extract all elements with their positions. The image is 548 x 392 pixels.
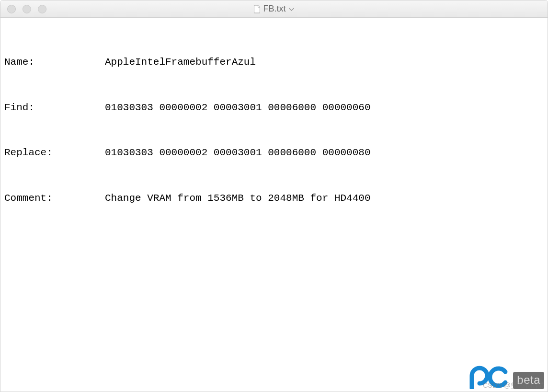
row-comment: Comment: Change VRAM from 1536MB to 2048… xyxy=(4,191,544,206)
label-replace: Replace: xyxy=(4,145,105,161)
close-button[interactable] xyxy=(7,5,16,13)
label-find: Find: xyxy=(4,100,105,115)
value-name: AppleIntelFramebufferAzul xyxy=(105,55,544,70)
text-content[interactable]: Name: AppleIntelFramebufferAzul Find: 01… xyxy=(0,18,548,392)
traffic-lights xyxy=(0,5,46,13)
beta-badge: beta xyxy=(513,372,544,389)
text-editor-window: FB.txt Name: AppleIntelFramebufferAzul F… xyxy=(0,0,548,392)
row-replace: Replace: 01030303 00000002 00003001 0000… xyxy=(4,145,544,161)
chevron-down-icon[interactable] xyxy=(289,5,295,13)
zoom-button[interactable] xyxy=(38,5,46,13)
watermark-logo: beta xyxy=(468,365,544,389)
titlebar[interactable]: FB.txt xyxy=(0,0,548,18)
title-center[interactable]: FB.txt xyxy=(253,4,294,14)
window-title: FB.txt xyxy=(263,4,285,14)
label-name: Name: xyxy=(4,55,105,70)
pc-logo-icon xyxy=(468,365,511,389)
row-find: Find: 01030303 00000002 00003001 0000600… xyxy=(4,100,544,115)
value-find: 01030303 00000002 00003001 00006000 0000… xyxy=(105,100,544,115)
value-replace: 01030303 00000002 00003001 00006000 0000… xyxy=(105,145,544,161)
row-name: Name: AppleIntelFramebufferAzul xyxy=(4,55,544,70)
value-comment: Change VRAM from 1536MB to 2048MB for HD… xyxy=(105,191,544,206)
minimize-button[interactable] xyxy=(23,5,31,13)
document-icon xyxy=(253,5,260,13)
label-comment: Comment: xyxy=(4,191,105,206)
